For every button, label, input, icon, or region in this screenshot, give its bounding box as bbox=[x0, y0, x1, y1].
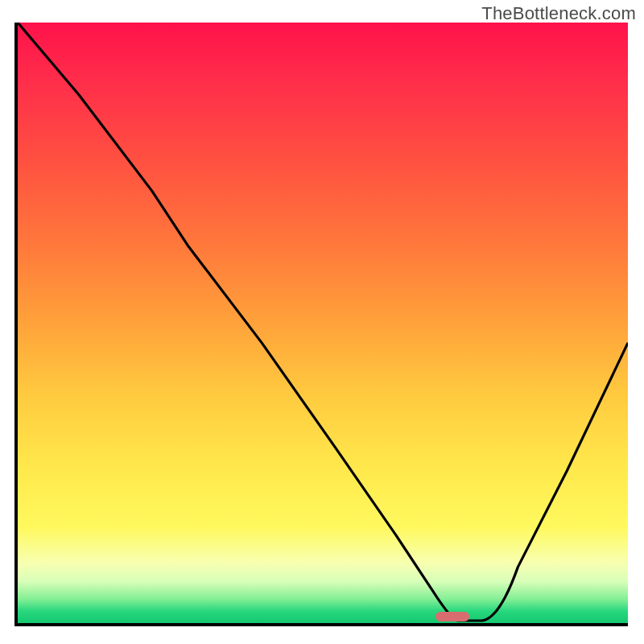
curve-path bbox=[18, 23, 628, 621]
bottleneck-curve-line bbox=[18, 23, 628, 623]
chart-canvas: TheBottleneck.com bbox=[0, 0, 644, 644]
plot-area bbox=[14, 23, 628, 626]
watermark-text: TheBottleneck.com bbox=[481, 3, 636, 24]
optimal-range-marker bbox=[436, 612, 469, 621]
